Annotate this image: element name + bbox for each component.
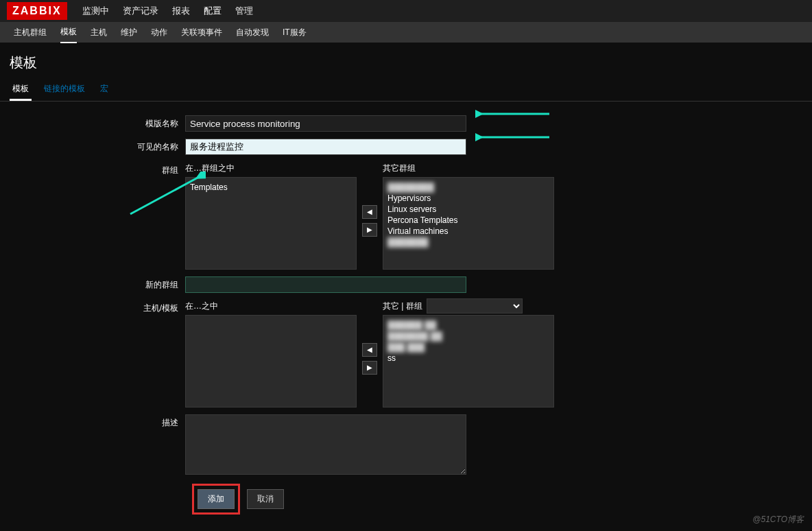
- list-item[interactable]: Hypervisors: [387, 193, 549, 204]
- groups-other-label: 其它群组: [383, 162, 554, 174]
- page-title: 模板: [0, 43, 812, 79]
- description-textarea[interactable]: [185, 414, 466, 475]
- hosts-other-listbox[interactable]: ██████ ██ ███████ ██ ███ ███ ss: [383, 315, 554, 408]
- list-item[interactable]: ███ ███: [387, 342, 549, 353]
- watermark: @51CTO博客: [752, 514, 804, 526]
- nav-admin[interactable]: 管理: [235, 5, 253, 17]
- label-new-group: 新的群组: [7, 276, 185, 291]
- tab-macros[interactable]: 宏: [97, 79, 111, 101]
- subnav-templates[interactable]: 模板: [60, 22, 77, 43]
- add-button[interactable]: 添加: [198, 489, 235, 509]
- nav-inventory[interactable]: 资产记录: [123, 5, 158, 17]
- subnav-maintenance[interactable]: 维护: [121, 23, 137, 43]
- hosts-in-label: 在…之中: [185, 300, 357, 312]
- list-item[interactable]: ████████: [387, 182, 549, 193]
- groups-in-listbox[interactable]: Templates: [185, 177, 357, 270]
- subnav-actions[interactable]: 动作: [151, 23, 167, 43]
- subnav-hosts[interactable]: 主机: [91, 23, 107, 43]
- form: 模版名称 可见的名称 群组 在…群组之中 Templates ◀ ▶ 其它群组 …: [0, 102, 812, 528]
- tab-linked[interactable]: 链接的模板: [41, 79, 88, 101]
- list-item[interactable]: Virtual machines: [387, 226, 549, 237]
- hosts-in-listbox[interactable]: [185, 315, 357, 408]
- subnav-correlation[interactable]: 关联项事件: [181, 23, 222, 43]
- list-item[interactable]: Linux servers: [387, 204, 549, 215]
- label-groups: 群组: [7, 162, 185, 176]
- move-left-button[interactable]: ◀: [362, 343, 377, 357]
- cancel-button[interactable]: 取消: [247, 489, 284, 509]
- list-item[interactable]: ███████: [387, 237, 549, 248]
- subnav-discovery[interactable]: 自动发现: [236, 23, 269, 43]
- add-button-highlight: 添加: [192, 484, 240, 515]
- top-nav: ZABBIX 监测中 资产记录 报表 配置 管理: [0, 0, 812, 22]
- nav-monitor[interactable]: 监测中: [82, 5, 109, 17]
- visible-name-input[interactable]: [185, 139, 466, 155]
- list-item[interactable]: ss: [387, 353, 549, 364]
- subnav-itservices[interactable]: IT服务: [283, 23, 307, 43]
- move-right-button[interactable]: ▶: [362, 361, 377, 375]
- list-item[interactable]: Percona Templates: [387, 215, 549, 226]
- new-group-input[interactable]: [185, 276, 466, 293]
- label-description: 描述: [7, 414, 185, 429]
- move-left-button[interactable]: ◀: [362, 205, 377, 219]
- tab-template[interactable]: 模板: [10, 79, 32, 101]
- sub-nav: 主机群组 模板 主机 维护 动作 关联项事件 自动发现 IT服务: [0, 22, 812, 43]
- label-hosts: 主机/模板: [7, 300, 185, 314]
- nav-config[interactable]: 配置: [204, 5, 222, 17]
- label-template-name: 模版名称: [7, 115, 185, 130]
- move-right-button[interactable]: ▶: [362, 223, 377, 237]
- list-item[interactable]: ██████ ██: [387, 320, 549, 331]
- groups-other-listbox[interactable]: ████████ Hypervisors Linux servers Perco…: [383, 177, 554, 270]
- nav-reports[interactable]: 报表: [172, 5, 190, 17]
- subnav-hostgroups[interactable]: 主机群组: [14, 23, 47, 43]
- groups-in-label: 在…群组之中: [185, 162, 357, 174]
- tabs: 模板 链接的模板 宏: [0, 79, 812, 102]
- hosts-other-label: 其它 | 群组: [383, 300, 554, 312]
- logo: ZABBIX: [7, 2, 67, 20]
- label-visible-name: 可见的名称: [7, 139, 185, 153]
- list-item[interactable]: Templates: [190, 182, 352, 193]
- template-name-input[interactable]: [185, 115, 466, 132]
- hosts-group-select[interactable]: [427, 298, 523, 314]
- list-item[interactable]: ███████ ██: [387, 331, 549, 342]
